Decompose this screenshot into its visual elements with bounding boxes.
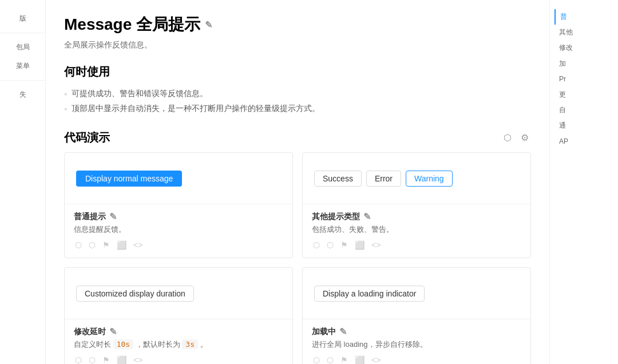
demo-card-desc-types: 包括成功、失败、警告。	[312, 224, 521, 235]
bullet-item-1: 可提供成功、警告和错误等反馈信息。	[64, 86, 531, 101]
demo-card-title-duration: 修改延时 ✎	[74, 326, 283, 337]
demo-header-icons: ⬡ ⚙	[501, 130, 531, 145]
right-sidebar: 普 其他 修改 加 Pr 更 自 通 AP	[549, 0, 618, 364]
card-icon-copy-3[interactable]: ⬜	[116, 354, 128, 364]
card-icon-code-2[interactable]: <>	[370, 239, 382, 251]
card-edit-icon-loading[interactable]: ✎	[339, 326, 347, 337]
card-icon-flag-2[interactable]: ⚑	[339, 239, 349, 251]
demo-card-desc-normal: 信息提醒反馈。	[74, 224, 283, 235]
loading-indicator-button[interactable]: Display a loading indicator	[314, 286, 425, 302]
title-edit-icon[interactable]: ✎	[205, 19, 212, 30]
demo-card-title-types: 其他提示类型 ✎	[312, 211, 521, 222]
toc-item-custom[interactable]: 自	[554, 102, 613, 118]
toc-item-pr[interactable]: Pr	[554, 72, 613, 87]
card-icon-cube-3[interactable]: ⬡	[312, 239, 321, 251]
expand-icon[interactable]: ⬡	[501, 130, 514, 145]
card-icon-cube-7[interactable]: ⬡	[312, 354, 321, 364]
customized-duration-button[interactable]: Customized display duration	[76, 286, 194, 302]
sidebar-item-menu[interactable]: 菜单	[0, 57, 45, 76]
sidebar-item-layout[interactable]: 包局	[0, 38, 45, 57]
warning-button[interactable]: Warning	[406, 171, 453, 187]
left-sidebar: 版 包局 菜单 失	[0, 0, 46, 364]
demo-card-icons-normal: ⬡ ⬡ ⚑ ⬜ <>	[74, 239, 283, 251]
bullet-item-2: 顶部居中显示并自动消失，是一种不打断用户操作的轻量级提示方式。	[64, 101, 531, 116]
card-icon-cube-2[interactable]: ⬡	[88, 239, 97, 251]
demo-card-title-loading: 加载中 ✎	[312, 326, 521, 337]
page-title-text: Message 全局提示	[64, 14, 200, 35]
toc-item-modify[interactable]: 修改	[554, 40, 613, 56]
card-icon-copy-1[interactable]: ⬜	[116, 239, 128, 251]
card-edit-icon-types[interactable]: ✎	[363, 211, 371, 222]
success-button[interactable]: Success	[314, 171, 362, 187]
demo-card-loading: Display a loading indicator 加载中 ✎ 进行全局 l…	[302, 267, 531, 364]
demo-meta-duration: 修改延时 ✎ 自定义时长 10s ，默认时长为 3s 。 ⬡ ⬡ ⚑ ⬜ <>	[65, 319, 292, 364]
when-to-use-title: 何时使用	[64, 64, 531, 80]
toc-item-add[interactable]: 加	[554, 56, 613, 72]
card-icon-flag-1[interactable]: ⚑	[101, 239, 111, 251]
page-subtitle: 全局展示操作反馈信息。	[64, 40, 531, 50]
card-icon-code-1[interactable]: <>	[132, 239, 144, 251]
toc-item-other[interactable]: 其他	[554, 25, 613, 40]
demo-card-icons-loading: ⬡ ⬡ ⚑ ⬜ <>	[312, 354, 521, 364]
card-icon-flag-4[interactable]: ⚑	[339, 354, 349, 364]
toc-item-notice[interactable]: 通	[554, 118, 613, 133]
card-icon-code-4[interactable]: <>	[370, 354, 382, 364]
demo-meta-types: 其他提示类型 ✎ 包括成功、失败、警告。 ⬡ ⬡ ⚑ ⬜ <>	[303, 204, 530, 258]
demo-preview-duration: Customized display duration	[65, 268, 292, 319]
demo-card-desc-duration: 自定义时长 10s ，默认时长为 3s 。	[74, 339, 283, 350]
demo-card-icons-types: ⬡ ⬡ ⚑ ⬜ <>	[312, 239, 521, 251]
sidebar-divider-1	[0, 33, 45, 33]
card-icon-flag-3[interactable]: ⚑	[101, 354, 111, 364]
demo-card-icons-duration: ⬡ ⬡ ⚑ ⬜ <>	[74, 354, 283, 364]
card-edit-icon-duration[interactable]: ✎	[109, 326, 117, 337]
demo-preview-normal: Display normal message	[65, 153, 292, 204]
demo-preview-types: Success Error Warning	[303, 153, 530, 204]
sidebar-item-lost[interactable]: 失	[0, 85, 45, 104]
page-title-container: Message 全局提示 ✎	[64, 14, 531, 35]
demo-card-title-normal: 普通提示 ✎	[74, 211, 283, 222]
toc-item-normal[interactable]: 普	[554, 9, 613, 25]
card-icon-copy-2[interactable]: ⬜	[354, 239, 366, 251]
demo-meta-normal: 普通提示 ✎ 信息提醒反馈。 ⬡ ⬡ ⚑ ⬜ <>	[65, 204, 292, 258]
toc-item-api[interactable]: AP	[554, 134, 613, 149]
demo-card-types: Success Error Warning 其他提示类型 ✎ 包括成功、失败、警…	[302, 152, 531, 258]
highlight-3s: 3s	[182, 339, 198, 349]
code-demo-header: 代码演示 ⬡ ⚙	[64, 130, 531, 145]
main-content: Message 全局提示 ✎ 全局展示操作反馈信息。 何时使用 可提供成功、警告…	[46, 0, 549, 364]
toc-item-update[interactable]: 更	[554, 87, 613, 102]
demo-card-duration: Customized display duration 修改延时 ✎ 自定义时长…	[64, 267, 293, 364]
demo-card-desc-loading: 进行全局 loading，异步自行移除。	[312, 339, 521, 350]
card-icon-cube-5[interactable]: ⬡	[74, 354, 83, 364]
card-icon-cube-6[interactable]: ⬡	[88, 354, 97, 364]
demo-card-normal: Display normal message 普通提示 ✎ 信息提醒反馈。 ⬡ …	[64, 152, 293, 258]
code-demo-title: 代码演示	[64, 130, 110, 145]
settings-icon[interactable]: ⚙	[518, 130, 531, 145]
card-icon-code-3[interactable]: <>	[132, 354, 144, 364]
demo-meta-loading: 加载中 ✎ 进行全局 loading，异步自行移除。 ⬡ ⬡ ⚑ ⬜ <>	[303, 319, 530, 364]
card-icon-cube-8[interactable]: ⬡	[326, 354, 335, 364]
card-edit-icon-normal[interactable]: ✎	[109, 211, 117, 222]
card-icon-cube-4[interactable]: ⬡	[326, 239, 335, 251]
demo-preview-loading: Display a loading indicator	[303, 268, 530, 319]
highlight-10s: 10s	[113, 339, 133, 349]
sidebar-divider-2	[0, 80, 45, 81]
sidebar-item-ban[interactable]: 版	[0, 9, 45, 28]
error-button[interactable]: Error	[366, 171, 401, 187]
card-icon-copy-4[interactable]: ⬜	[354, 354, 366, 364]
display-normal-button[interactable]: Display normal message	[76, 171, 182, 187]
card-icon-cube-1[interactable]: ⬡	[74, 239, 83, 251]
demo-grid: Display normal message 普通提示 ✎ 信息提醒反馈。 ⬡ …	[64, 152, 531, 364]
when-to-use-list: 可提供成功、警告和错误等反馈信息。 顶部居中显示并自动消失，是一种不打断用户操作…	[64, 86, 531, 116]
